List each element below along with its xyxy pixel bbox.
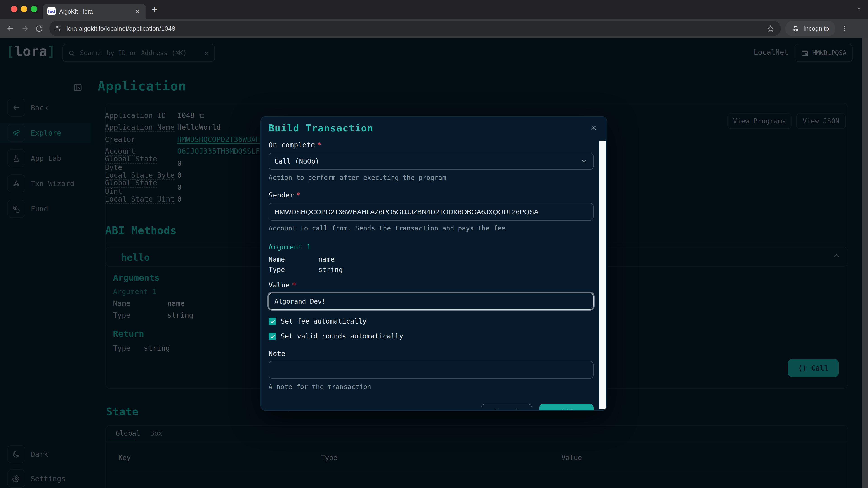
window-close-button[interactable] [11, 6, 17, 12]
required-asterisk: * [296, 191, 301, 199]
note-label: Note [269, 350, 594, 358]
window-minimize-button[interactable] [21, 6, 27, 12]
on-complete-label: On complete* [269, 141, 594, 149]
chevron-down-icon [581, 158, 588, 165]
required-asterisk: * [292, 281, 296, 289]
browser-tab[interactable]: [ak] AlgoKit - lora ✕ [43, 4, 146, 19]
on-complete-value: Call (NoOp) [274, 157, 319, 165]
tab-title: AlgoKit - lora [59, 8, 129, 15]
value-label: Value* [269, 281, 594, 289]
new-tab-button[interactable]: + [152, 4, 157, 15]
checkbox-label: Set fee automatically [281, 317, 366, 325]
address-bar[interactable]: lora.algokit.io/localnet/application/104… [49, 21, 781, 36]
window-zoom-button[interactable] [31, 6, 37, 12]
on-complete-select[interactable]: Call (NoOp) [269, 153, 594, 170]
sender-input[interactable] [269, 203, 594, 221]
sender-helper: Account to call from. Sends the transact… [269, 225, 594, 232]
cancel-button[interactable]: Cancel [481, 404, 532, 411]
note-helper: A note for the transaction [269, 383, 594, 390]
forward-icon[interactable] [21, 24, 29, 33]
argument-type-row: Typestring [269, 266, 594, 274]
dialog-title: Build Transaction [269, 123, 594, 134]
checkbox-checked-icon[interactable] [269, 332, 276, 340]
value-input[interactable] [269, 293, 594, 310]
on-complete-helper: Action to perform after executing the pr… [269, 174, 594, 181]
build-transaction-dialog: Build Transaction On complete* Call (NoO… [260, 116, 607, 411]
screen: [ak] AlgoKit - lora ✕ + ⌄ lora.algokit.i… [0, 0, 868, 488]
site-info-icon[interactable] [55, 25, 62, 32]
checkbox-checked-icon[interactable] [269, 318, 276, 325]
incognito-label: Incognito [803, 25, 829, 32]
set-valid-rounds-checkbox-row[interactable]: Set valid rounds automatically [269, 332, 594, 340]
bookmark-star-icon[interactable] [767, 25, 774, 32]
required-asterisk: * [317, 141, 321, 149]
chevron-down-icon[interactable]: ⌄ [857, 4, 862, 11]
reload-icon[interactable] [35, 25, 43, 32]
incognito-badge: Incognito [785, 21, 835, 36]
incognito-icon [792, 24, 800, 33]
browser-toolbar: lora.algokit.io/localnet/application/104… [0, 19, 868, 38]
modal-scrollbar[interactable] [599, 140, 606, 410]
argument-name-row: Namename [269, 255, 594, 263]
tab-strip: [ak] AlgoKit - lora ✕ + ⌄ [0, 0, 868, 19]
browser-menu-icon[interactable] [841, 25, 848, 32]
checkbox-label: Set valid rounds automatically [281, 332, 403, 340]
note-input[interactable] [269, 361, 594, 379]
url-text: lora.algokit.io/localnet/application/104… [66, 25, 762, 32]
tab-close-icon[interactable]: ✕ [133, 7, 142, 15]
argument-title: Argument 1 [269, 243, 594, 251]
page-scrollbar[interactable] [862, 38, 868, 488]
close-icon[interactable] [590, 124, 598, 132]
app-viewport: [lora] ✕ LocalNet HMWD…PQSA [0, 38, 868, 488]
tab-favicon: [ak] [48, 7, 56, 15]
sender-label: Sender* [269, 191, 594, 199]
browser-chrome: [ak] AlgoKit - lora ✕ + ⌄ lora.algokit.i… [0, 0, 868, 38]
set-fee-checkbox-row[interactable]: Set fee automatically [269, 317, 594, 325]
add-button[interactable]: Add [539, 404, 594, 411]
back-icon[interactable] [6, 24, 14, 33]
